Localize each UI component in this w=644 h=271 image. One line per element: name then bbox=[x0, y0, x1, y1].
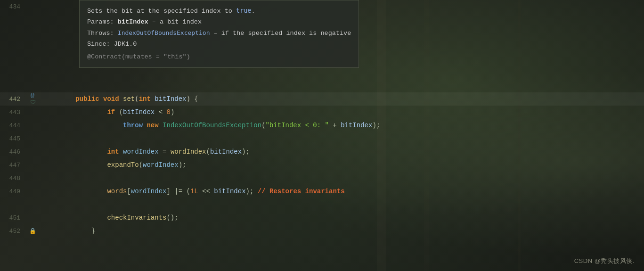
type-exception: IndexOutOfBoundsException bbox=[163, 122, 261, 129]
line-icon-452: 🔒 bbox=[26, 228, 39, 235]
doc-bit-index: bitIndex bbox=[118, 18, 148, 25]
line-number-449: 449 bbox=[0, 188, 26, 195]
line-number-452: 452 bbox=[0, 228, 26, 235]
doc-throws-label: Throws: bbox=[87, 30, 118, 37]
method-expandto: expandTo bbox=[107, 161, 139, 169]
code-line-447: 447 expandTo(wordIndex); bbox=[0, 158, 644, 172]
watermark: CSDN @秃头披风侠. bbox=[574, 257, 635, 265]
code-line-444: 444 throw new IndexOutOfBoundsException(… bbox=[0, 119, 644, 132]
line-number-446: 446 bbox=[0, 148, 26, 156]
doc-exception: IndexOutOfBoundsException bbox=[118, 29, 210, 36]
doc-since-val: JDK1.0 bbox=[114, 41, 137, 48]
shield-icon: 🛡 bbox=[30, 99, 36, 106]
code-line-452: 452 🔒 } bbox=[0, 224, 644, 238]
doc-sets-text: Sets the bit at the specified index to bbox=[87, 8, 236, 15]
doc-line-3: Throws: IndexOutOfBoundsException – if t… bbox=[87, 28, 351, 39]
line-icon-442: @ 🛡 bbox=[26, 92, 39, 106]
line-number-443: 443 bbox=[0, 109, 26, 116]
doc-throws-rest: – if the specified index is negative bbox=[210, 30, 351, 37]
line-number-448: 448 bbox=[0, 175, 26, 182]
code-container: Sets the bit at the specified index to t… bbox=[0, 0, 644, 271]
line-number-445: 445 bbox=[0, 135, 26, 142]
kw-new: new bbox=[147, 122, 158, 129]
doc-line-1: Sets the bit at the specified index to t… bbox=[87, 5, 351, 17]
line-number-434: 434 bbox=[0, 3, 26, 10]
doc-line-4: Since: JDK1.0 bbox=[87, 39, 351, 50]
lock-icon: 🔒 bbox=[29, 228, 36, 235]
doc-since-label: Since: bbox=[87, 41, 114, 48]
line-number-447: 447 bbox=[0, 162, 26, 169]
doc-line-2: Params: bitIndex – a bit index bbox=[87, 17, 351, 28]
line-number-451: 451 bbox=[0, 214, 26, 222]
javadoc-tooltip: Sets the bit at the specified index to t… bbox=[79, 0, 359, 68]
doc-true-code: true bbox=[236, 7, 252, 14]
code-line-449: 449 words[wordIndex] |= (1L << bitIndex)… bbox=[0, 185, 644, 198]
line-number-442: 442 bbox=[0, 96, 26, 103]
line-content-452: } bbox=[39, 220, 644, 242]
kw-throw: throw bbox=[123, 122, 143, 129]
line-number-444: 444 bbox=[0, 122, 26, 129]
doc-annotation: @Contract(mutates = "this") bbox=[87, 53, 190, 60]
doc-annotation-line: @Contract(mutates = "this") bbox=[87, 52, 351, 63]
var-words: words bbox=[107, 188, 127, 195]
doc-line1-end: . bbox=[251, 8, 255, 15]
doc-params-rest: – a bit index bbox=[148, 18, 202, 25]
comment-restores: // Restores invariants bbox=[258, 188, 345, 195]
at-icon: @ bbox=[31, 92, 34, 99]
doc-params-label: Params: bbox=[87, 18, 118, 25]
